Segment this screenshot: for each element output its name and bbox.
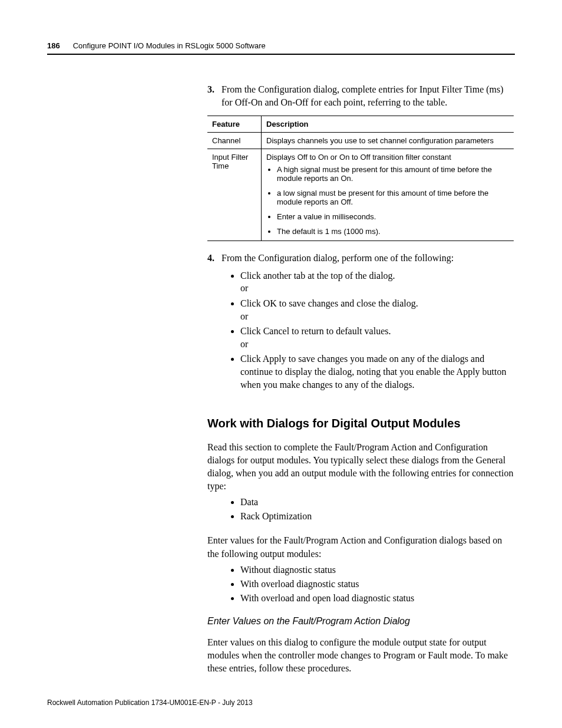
filter-desc-intro: Displays Off to On or On to Off transiti… [266, 153, 451, 162]
list-item: With overload diagnostic status [240, 577, 515, 591]
page-footer: Rockwell Automation Publication 1734-UM0… [47, 699, 253, 707]
cell-desc-channel: Displays channels you use to set channel… [262, 133, 514, 149]
connection-type-list: Data Rack Optimization [207, 495, 515, 523]
or-text: or [240, 282, 515, 295]
step-3: 3. From the Configuration dialog, comple… [207, 83, 515, 108]
list-item: Rack Optimization [240, 509, 515, 523]
th-feature: Feature [207, 116, 262, 133]
table-row: Channel Displays channels you use to set… [207, 133, 514, 149]
list-item: Click another tab at the top of the dial… [240, 269, 515, 295]
page: 186 Configure POINT I/O Modules in RSLog… [0, 0, 562, 728]
option-text: Click OK to save changes and close the d… [240, 298, 418, 308]
table-row: Input Filter Time Displays Off to On or … [207, 149, 514, 241]
running-header: 186 Configure POINT I/O Modules in RSLog… [47, 41, 515, 54]
option-text: Click Cancel to return to default values… [240, 326, 391, 336]
subsection-heading: Enter Values on the Fault/Program Action… [207, 616, 515, 627]
th-description: Description [262, 116, 514, 133]
option-text: Click Apply to save changes you made on … [240, 354, 506, 389]
option-text: Click another tab at the top of the dial… [240, 271, 395, 281]
cell-feature-channel: Channel [207, 133, 262, 149]
step-4: 4. From the Configuration dialog, perfor… [207, 252, 515, 265]
list-item: Click OK to save changes and close the d… [240, 297, 515, 322]
list-item: Enter a value in milliseconds. [277, 212, 509, 221]
subsection-para: Enter values on this dialog to configure… [207, 636, 515, 675]
list-item: Click Apply to save changes you made on … [240, 353, 515, 391]
list-item: Click Cancel to return to default values… [240, 325, 515, 350]
step-4-number: 4. [207, 252, 219, 265]
output-modules-list: Without diagnostic status With overload … [207, 563, 515, 605]
section-heading: Work with Dialogs for Digital Output Mod… [207, 417, 515, 430]
list-item: A high signal must be present for this a… [277, 165, 509, 183]
step-3-text: From the Configuration dialog, complete … [222, 83, 510, 108]
chapter-title: Configure POINT I/O Modules in RSLogix 5… [73, 41, 266, 50]
step-3-number: 3. [207, 83, 219, 96]
section-intro-para: Read this section to complete the Fault/… [207, 441, 515, 493]
step-4-text: From the Configuration dialog, perform o… [222, 252, 510, 265]
header-rule [47, 54, 515, 55]
output-modules-para: Enter values for the Fault/Program Actio… [207, 534, 515, 560]
list-item: Without diagnostic status [240, 563, 515, 577]
cell-desc-filter: Displays Off to On or On to Off transiti… [262, 149, 514, 241]
page-number: 186 [47, 41, 60, 50]
list-item: a low signal must be present for this am… [277, 189, 509, 206]
table-header-row: Feature Description [207, 116, 514, 133]
feature-table: Feature Description Channel Displays cha… [207, 116, 514, 241]
cell-feature-filter: Input Filter Time [207, 149, 262, 241]
filter-desc-list: A high signal must be present for this a… [266, 165, 509, 236]
or-text: or [240, 310, 515, 323]
main-content: 3. From the Configuration dialog, comple… [207, 83, 515, 675]
list-item: Data [240, 495, 515, 509]
step-4-options: Click another tab at the top of the dial… [207, 269, 515, 391]
list-item: The default is 1 ms (1000 ms). [277, 227, 509, 236]
or-text: or [240, 338, 515, 351]
list-item: With overload and open load diagnostic s… [240, 591, 515, 605]
